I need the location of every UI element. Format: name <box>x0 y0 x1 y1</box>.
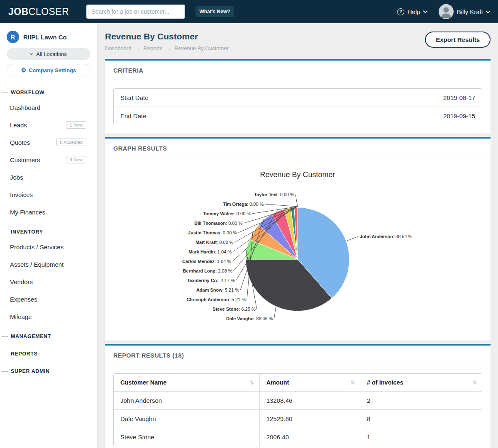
user-name: Billy Kraft <box>457 8 483 15</box>
pie-label-carlos-mendez: Carlos Mendez: 1.04 % <box>182 259 231 264</box>
column-header-label: Amount <box>266 379 289 386</box>
company-name: RIIPL Lawn Co <box>23 34 67 41</box>
chevron-down-icon <box>423 9 427 13</box>
sidebar-item-vendors[interactable]: Vendors <box>0 273 97 290</box>
sidebar-item-mileage[interactable]: Mileage <box>0 308 97 325</box>
app-logo[interactable]: JOBCLOSER <box>8 6 69 17</box>
section-dash-icon <box>2 354 8 354</box>
graph-results-card: GRAPH RESULTS Revenue By CustomerTaylor … <box>105 137 491 341</box>
sidebar-sections: WORKFLOWDashboardLeads1 NewQuotes8 Accep… <box>0 81 97 377</box>
report-table-box: Customer Name⇅Amount⇅# of Invoices⇅ John… <box>113 373 482 446</box>
sidebar-section-label: WORKFLOW <box>11 90 44 95</box>
section-dash-icon <box>2 336 8 337</box>
company-settings-button[interactable]: ⚙ Company Settings <box>7 64 90 76</box>
chevron-down-icon <box>30 51 33 55</box>
column-header-amount[interactable]: Amount⇅ <box>259 374 360 392</box>
pie-label-mark-hardin: Mark Hardin: 1.04 % <box>188 249 232 254</box>
sidebar-section-label: MANAGEMENT <box>11 334 51 339</box>
criteria-value: 2019-09-15 <box>443 112 475 119</box>
table-cell: John Anderson <box>114 392 259 410</box>
sidebar-item-products-services[interactable]: Products / Services <box>0 238 97 256</box>
pie-label-taxidermy-co: Taxidermy Co.: 4.17 % <box>187 278 235 283</box>
criteria-card: CRITERIA Start Date2019-08-17End Date201… <box>105 59 491 134</box>
column-header-of-invoices[interactable]: # of Invoices⇅ <box>360 374 482 392</box>
sidebar-item-assets-equipment[interactable]: Assets / Equipment <box>0 256 97 273</box>
sort-icon[interactable]: ⇅ <box>472 380 477 386</box>
chart-area: Revenue By CustomerTaylor Teel: 0.00 %Ti… <box>105 158 491 341</box>
sidebar-item-label: Invoices <box>10 191 33 198</box>
user-menu[interactable]: Billy Kraft <box>439 4 490 19</box>
sidebar-item-leads[interactable]: Leads1 New <box>0 116 97 134</box>
sidebar-section-label: REPORTS <box>11 351 38 357</box>
help-menu[interactable]: ? Help <box>397 8 427 15</box>
column-header-label: # of Invoices <box>367 379 403 386</box>
sidebar-item-label: Products / Services <box>10 243 63 251</box>
sort-icon[interactable]: ⇅ <box>250 380 254 386</box>
sort-icon[interactable]: ⇅ <box>350 380 355 386</box>
sidebar-badge: 1 New <box>66 121 86 129</box>
pie-label-steve-stone: Steve Stone: 6.25 % <box>212 307 256 312</box>
topbar-right: ? Help Billy Kraft <box>397 4 490 19</box>
sidebar-item-expenses[interactable]: Expenses <box>0 290 97 308</box>
breadcrumb-arrow-icon: → <box>135 45 140 51</box>
avatar <box>439 4 454 19</box>
sidebar-item-dashboard[interactable]: Dashboard <box>0 99 97 116</box>
table-cell: Dale Vaughn <box>114 410 259 428</box>
sidebar-badge: 8 Accepted <box>56 139 86 146</box>
sidebar-section-label: SUPER ADMIN <box>11 368 50 374</box>
sidebar-item-label: My Finances <box>10 209 45 216</box>
table-cell: 8 <box>360 410 482 428</box>
page-title: Revenue By Customer <box>105 32 229 41</box>
company-avatar: R <box>7 31 19 43</box>
breadcrumb-item-dashboard[interactable]: Dashboard <box>105 45 132 51</box>
search-input[interactable] <box>86 5 185 19</box>
table-cell: 1 <box>360 428 482 446</box>
label-connector <box>274 307 276 319</box>
column-header-label: Customer Name <box>120 379 166 386</box>
page-head: Revenue By Customer Dashboard→Reports→Re… <box>105 32 491 51</box>
logo-bold-part: JOB <box>8 6 29 17</box>
sidebar-item-quotes[interactable]: Quotes8 Accepted <box>0 134 97 151</box>
sidebar-item-invoices[interactable]: Invoices <box>0 186 97 203</box>
breadcrumb: Dashboard→Reports→Revenue By Customer <box>105 45 229 51</box>
whats-new-button[interactable]: What's New? <box>195 6 234 17</box>
table-cell: 2006.40 <box>259 428 360 446</box>
sidebar-item-label: Mileage <box>10 313 32 320</box>
pie-label-john-anderson: John Anderson: 38.54 % <box>360 234 413 239</box>
criteria-label: Start Date <box>120 94 149 101</box>
report-results-title: REPORT RESULTS (18) <box>105 346 491 365</box>
export-results-button[interactable]: Export Results <box>425 32 491 48</box>
breadcrumb-item-revenue-by-customer: Revenue By Customer <box>174 45 229 51</box>
locations-label: All Locations <box>36 51 67 57</box>
sidebar-item-label: Jobs <box>10 174 23 181</box>
column-header-customer-name[interactable]: Customer Name⇅ <box>114 374 259 392</box>
sidebar-section-super-admin: SUPER ADMIN <box>0 360 97 377</box>
main-content: Revenue By Customer Dashboard→Reports→Re… <box>98 23 498 448</box>
chevron-down-icon <box>486 9 490 13</box>
sidebar-item-label: Assets / Equipment <box>10 261 63 268</box>
company-settings-label: Company Settings <box>29 67 76 73</box>
pie-label-matt-kraft: Matt Kraft: 0.00 % <box>195 240 234 245</box>
table-cell: Steve Stone <box>114 428 259 446</box>
criteria-label: End Date <box>120 112 146 119</box>
pie-label-chrisoph-anderson: Chrisoph Anderson: 5.21 % <box>186 297 246 302</box>
criteria-box: Start Date2019-08-17End Date2019-09-15 <box>113 88 482 125</box>
report-results-card: REPORT RESULTS (18) Customer Name⇅Amount… <box>105 344 491 448</box>
sidebar-item-customers[interactable]: Customers3 New <box>0 151 97 168</box>
section-dash-icon <box>2 93 8 93</box>
sidebar-item-label: Customers <box>10 156 40 163</box>
breadcrumb-item-reports[interactable]: Reports <box>144 45 163 51</box>
locations-dropdown[interactable]: All Locations <box>7 48 90 60</box>
sidebar-item-label: Quotes <box>10 139 30 146</box>
label-connector <box>347 236 359 241</box>
top-navbar: JOBCLOSER What's New? ? Help Billy Kraft <box>0 0 498 23</box>
sidebar-section-inventory: INVENTORY <box>0 221 97 238</box>
section-dash-icon <box>2 371 8 372</box>
sidebar-badge: 3 New <box>66 156 86 163</box>
help-icon: ? <box>397 8 404 15</box>
pie-label-justin-thomas: Justin Thomas: 0.00 % <box>188 230 237 235</box>
avatar-placeholder-icon <box>439 4 454 19</box>
sidebar-item-my-finances[interactable]: My Finances <box>0 203 97 221</box>
sidebar-item-jobs[interactable]: Jobs <box>0 168 97 186</box>
chart-title: Revenue By Customer <box>260 170 335 179</box>
